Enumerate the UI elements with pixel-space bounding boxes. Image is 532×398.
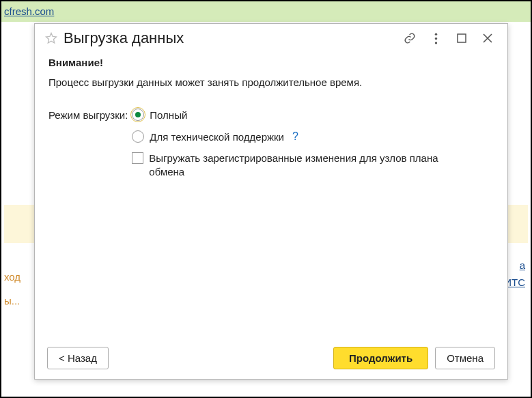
bg-link[interactable]: cfresh.com: [4, 5, 54, 17]
svg-point-0: [434, 33, 436, 35]
info-text: Процесс выгрузки данных может занять про…: [48, 76, 494, 88]
option-support-label: Для технической поддержки: [150, 130, 284, 144]
favorite-star-icon[interactable]: [44, 31, 58, 45]
maximize-icon[interactable]: [451, 30, 472, 46]
dialog-body: Внимание! Процесс выгрузки данных может …: [35, 51, 507, 337]
option-full[interactable]: Полный: [132, 109, 456, 122]
svg-point-2: [434, 42, 436, 44]
continue-button[interactable]: Продолжить: [333, 347, 428, 369]
export-dialog: Выгрузка данных Внимание! Процесс выгруз…: [34, 23, 508, 380]
option-support[interactable]: Для технической поддержки ?: [132, 130, 456, 144]
radio-full[interactable]: [132, 109, 144, 121]
checkbox-changes[interactable]: [132, 152, 143, 164]
link-icon[interactable]: [400, 30, 420, 46]
bg-header-strip: [1, 1, 531, 22]
option-full-label: Полный: [150, 109, 187, 122]
help-icon[interactable]: ?: [292, 130, 298, 143]
cancel-button[interactable]: Отмена: [435, 347, 495, 369]
back-button[interactable]: < Назад: [47, 347, 109, 369]
warning-heading: Внимание!: [48, 57, 494, 68]
dialog-header: Выгрузка данных: [35, 24, 507, 51]
bg-left-col: ход ы...: [4, 271, 20, 319]
option-changes-label: Выгружать зарегистрированные изменения д…: [149, 152, 456, 178]
mode-label: Режим выгрузки:: [48, 109, 128, 121]
kebab-menu-icon[interactable]: [425, 30, 446, 46]
radio-support[interactable]: [132, 130, 144, 143]
svg-point-1: [434, 37, 436, 39]
option-changes[interactable]: Выгружать зарегистрированные изменения д…: [132, 152, 456, 178]
svg-rect-3: [458, 34, 466, 42]
dialog-title: Выгрузка данных: [64, 29, 394, 47]
dialog-footer: < Назад Продолжить Отмена: [35, 337, 507, 379]
mode-row: Режим выгрузки: Полный Для технической п…: [48, 109, 494, 178]
close-icon[interactable]: [477, 30, 498, 46]
mode-options: Полный Для технической поддержки ? Выгру…: [132, 109, 456, 178]
